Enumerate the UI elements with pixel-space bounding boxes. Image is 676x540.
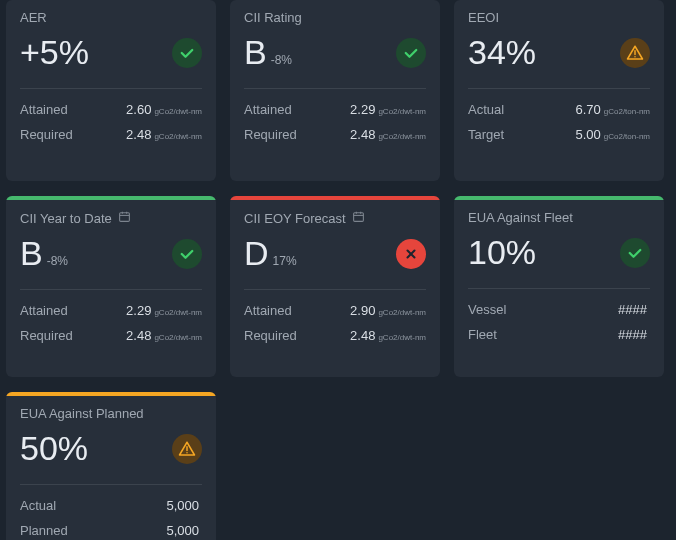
eua-fleet-card[interactable]: EUA Against Fleet 10% Vessel #### Fleet …: [454, 196, 664, 377]
divider: [468, 88, 650, 89]
divider: [20, 88, 202, 89]
divider: [468, 288, 650, 289]
card-title: EUA Against Fleet: [468, 210, 650, 225]
warning-triangle-icon: [620, 38, 650, 68]
dashboard-grid: AER +5% Attained 2.60gCo2/dwt-nm Require…: [0, 0, 676, 540]
main-value: D 17%: [244, 234, 297, 273]
calendar-icon[interactable]: [118, 210, 131, 226]
card-title: EUA Against Planned: [20, 406, 202, 421]
line-target: Target 5.00gCo2/ton-nm: [468, 127, 650, 142]
main-value: B -8%: [244, 33, 292, 72]
line-attained: Attained 2.29gCo2/dwt-nm: [20, 303, 202, 318]
card-title: AER: [20, 10, 202, 25]
cii-ytd-card[interactable]: CII Year to Date B -8% Attained 2.29gCo2…: [6, 196, 216, 377]
aer-card[interactable]: AER +5% Attained 2.60gCo2/dwt-nm Require…: [6, 0, 216, 181]
line-attained: Attained 2.29gCo2/dwt-nm: [244, 102, 426, 117]
main-value: 50%: [20, 429, 92, 468]
line-required: Required 2.48gCo2/dwt-nm: [244, 328, 426, 343]
svg-rect-2: [119, 213, 129, 222]
svg-point-1: [634, 56, 636, 58]
card-title: CII Rating: [244, 10, 426, 25]
divider: [244, 289, 426, 290]
main-value: +5%: [20, 33, 93, 72]
x-circle-icon: [396, 239, 426, 269]
svg-point-13: [186, 452, 188, 454]
main-value: 34%: [468, 33, 540, 72]
main-value: B -8%: [20, 234, 68, 273]
svg-rect-6: [353, 213, 363, 222]
line-required: Required 2.48gCo2/dwt-nm: [20, 127, 202, 142]
eeoi-card[interactable]: EEOI 34% Actual 6.70gCo2/ton-nm Target 5…: [454, 0, 664, 181]
card-title: EEOI: [468, 10, 650, 25]
line-attained: Attained 2.60gCo2/dwt-nm: [20, 102, 202, 117]
warning-triangle-icon: [172, 434, 202, 464]
line-required: Required 2.48gCo2/dwt-nm: [20, 328, 202, 343]
divider: [244, 88, 426, 89]
line-vessel: Vessel ####: [468, 302, 650, 317]
line-attained: Attained 2.90gCo2/dwt-nm: [244, 303, 426, 318]
card-title: CII EOY Forecast: [244, 210, 426, 226]
line-planned: Planned 5,000: [20, 523, 202, 538]
cii-eoy-card[interactable]: CII EOY Forecast D 17% Attained 2.90gCo2…: [230, 196, 440, 377]
line-required: Required 2.48gCo2/dwt-nm: [244, 127, 426, 142]
divider: [20, 484, 202, 485]
check-circle-icon: [396, 38, 426, 68]
divider: [20, 289, 202, 290]
cii-rating-card[interactable]: CII Rating B -8% Attained 2.29gCo2/dwt-n…: [230, 0, 440, 181]
main-value: 10%: [468, 233, 540, 272]
calendar-icon[interactable]: [352, 210, 365, 226]
line-fleet: Fleet ####: [468, 327, 650, 342]
check-circle-icon: [172, 239, 202, 269]
eua-planned-card[interactable]: EUA Against Planned 50% Actual 5,000 Pla…: [6, 392, 216, 540]
line-actual: Actual 5,000: [20, 498, 202, 513]
check-circle-icon: [620, 238, 650, 268]
line-actual: Actual 6.70gCo2/ton-nm: [468, 102, 650, 117]
check-circle-icon: [172, 38, 202, 68]
card-title: CII Year to Date: [20, 210, 202, 226]
